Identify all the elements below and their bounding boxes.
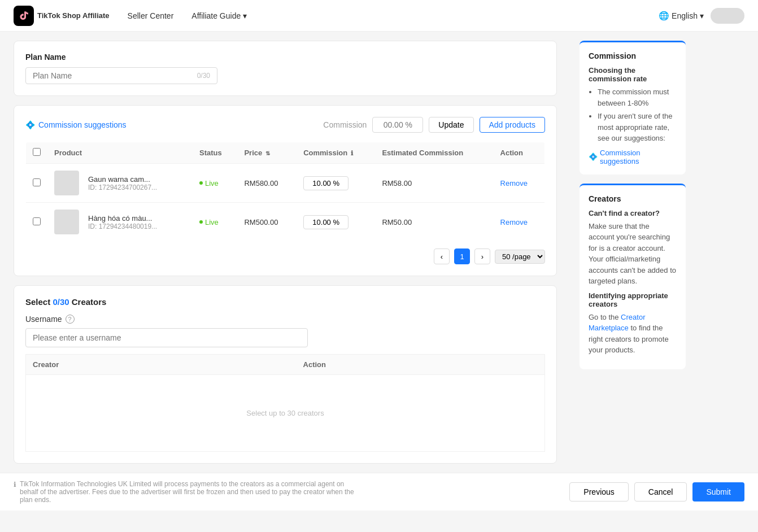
- row-checkbox[interactable]: [33, 217, 41, 225]
- bullet-1: The commission must between 1-80%: [598, 86, 677, 108]
- plan-name-input-wrapper: 0/30: [25, 67, 217, 84]
- page-1-button[interactable]: 1: [454, 248, 470, 264]
- sidebar-commission-subtitle: Choosing the commission rate: [589, 66, 677, 83]
- product-id: ID: 17294234700267...: [88, 184, 157, 191]
- commission-header: 💠 Commission suggestions Commission Upda…: [25, 117, 545, 133]
- col-commission: Commission ℹ: [297, 142, 375, 164]
- update-button[interactable]: Update: [429, 117, 473, 133]
- product-name: Gaun warna cam...: [88, 175, 157, 184]
- sidebar-commission-suggestions-link[interactable]: 💠 Commission suggestions: [589, 149, 677, 165]
- sort-icon: ⇅: [265, 150, 270, 156]
- logo-text: TikTok Shop Affiliate: [37, 11, 110, 20]
- previous-button[interactable]: Previous: [569, 482, 628, 502]
- sidebar-commission-title: Commission: [589, 51, 677, 60]
- commission-label: Commission: [323, 120, 367, 129]
- help-icon[interactable]: ?: [66, 315, 75, 324]
- diamond-icon: 💠: [25, 120, 35, 129]
- nav-seller-center[interactable]: Seller Center: [128, 11, 174, 20]
- identifying-title: Identifying appropriate creators: [589, 291, 677, 308]
- product-image: [54, 171, 79, 195]
- commission-suggestions-label: Commission suggestions: [38, 120, 127, 129]
- plan-name-field[interactable]: [33, 71, 197, 80]
- col-price: Price ⇅: [237, 142, 297, 164]
- col-action: Action: [494, 142, 545, 164]
- product-price: RM500.00: [237, 203, 297, 242]
- submit-button[interactable]: Submit: [692, 482, 744, 502]
- product-commission-input[interactable]: [303, 176, 348, 190]
- commission-input[interactable]: [372, 117, 423, 133]
- status-dot: [199, 220, 203, 224]
- remove-button[interactable]: Remove: [500, 218, 528, 226]
- remove-button[interactable]: Remove: [500, 179, 528, 187]
- estimated-commission: RM50.00: [375, 203, 493, 242]
- identifying-text: Go to the Creator Marketplace to find th…: [589, 312, 677, 356]
- plan-name-label: Plan Name: [25, 53, 545, 62]
- chevron-down-icon: ▾: [243, 11, 247, 20]
- product-commission-input[interactable]: [303, 215, 348, 229]
- row-checkbox[interactable]: [33, 178, 41, 186]
- add-products-button[interactable]: Add products: [480, 117, 546, 133]
- diamond-icon: 💠: [589, 152, 598, 161]
- sidebar-creators-card: Creators Can't find a creator? Make sure…: [580, 184, 686, 369]
- svg-rect-0: [14, 6, 34, 26]
- estimated-commission: RM58.00: [375, 164, 493, 203]
- creator-table: Creator Action Select up to 30 creators: [25, 354, 545, 452]
- creators-section: Select 0/30 Creators Username ? Creator …: [14, 285, 557, 464]
- commission-actions: Commission Update Add products: [323, 117, 545, 133]
- language-selector[interactable]: 🌐 English ▾: [659, 11, 704, 21]
- empty-creators-text: Select up to 30 creators: [26, 375, 545, 452]
- product-table: Product Status Price ⇅ Commission ℹ Esti…: [25, 142, 545, 242]
- footer-notice: ℹ TikTok Information Technologies UK Lim…: [14, 480, 364, 504]
- plan-name-char-count: 0/30: [197, 72, 210, 80]
- commission-section: 💠 Commission suggestions Commission Upda…: [14, 105, 557, 276]
- info-icon: ℹ: [14, 481, 16, 489]
- footer-actions: Previous Cancel Submit: [569, 482, 744, 502]
- page-size-select[interactable]: 50 /page 20 /page 10 /page: [495, 250, 545, 264]
- product-status: Live: [199, 179, 230, 187]
- cancel-button[interactable]: Cancel: [634, 482, 687, 502]
- username-input[interactable]: [25, 328, 308, 347]
- status-label: Live: [205, 218, 219, 226]
- globe-icon: 🌐: [659, 11, 669, 21]
- header: TikTok Shop Affiliate Seller Center Affi…: [0, 0, 758, 32]
- cant-find-text: Make sure that the account you're search…: [589, 221, 677, 287]
- select-all-checkbox[interactable]: [33, 148, 41, 156]
- col-product: Product: [47, 142, 193, 164]
- footer-notice-text: TikTok Information Technologies UK Limit…: [20, 480, 364, 504]
- user-avatar[interactable]: [711, 8, 744, 24]
- lang-label: English: [672, 11, 698, 20]
- nav-affiliate-guide[interactable]: Affiliate Guide ▾: [191, 11, 247, 20]
- product-id: ID: 17294234480019...: [88, 223, 157, 230]
- footer-bar: ℹ TikTok Information Technologies UK Lim…: [0, 473, 758, 511]
- chevron-down-icon: ▾: [700, 11, 704, 20]
- status-label: Live: [205, 179, 219, 187]
- col-creator: Creator: [26, 355, 297, 375]
- info-icon: ℹ: [351, 150, 353, 156]
- sidebar-commission-card: Commission Choosing the commission rate …: [580, 41, 686, 175]
- product-name: Hàng hóa có màu...: [88, 214, 157, 223]
- page-body: Plan Name 0/30 💠 Commission suggestions …: [0, 32, 758, 473]
- bullet-2: If you aren't sure of the most appropria…: [598, 111, 677, 144]
- cant-find-title: Can't find a creator?: [589, 209, 677, 217]
- creators-count: 0/30: [53, 297, 71, 307]
- product-status: Live: [199, 218, 230, 226]
- pagination: ‹ 1 › 50 /page 20 /page 10 /page: [25, 248, 545, 264]
- next-page-button[interactable]: ›: [474, 248, 490, 264]
- table-row: Gaun warna cam... ID: 17294234700267... …: [26, 164, 545, 203]
- commission-suggestions-link[interactable]: 💠 Commission suggestions: [25, 120, 127, 129]
- creators-title: Select 0/30 Creators: [25, 297, 545, 307]
- sidebar-commission-bullets: The commission must between 1-80% If you…: [589, 86, 677, 144]
- prev-page-button[interactable]: ‹: [434, 248, 450, 264]
- sidebar: Commission Choosing the commission rate …: [570, 32, 695, 473]
- status-dot: [199, 181, 203, 185]
- product-price: RM580.00: [237, 164, 297, 203]
- logo: TikTok Shop Affiliate: [14, 6, 110, 26]
- sidebar-creators-title: Creators: [589, 194, 677, 203]
- col-action: Action: [297, 355, 545, 375]
- username-label: Username ?: [25, 315, 545, 324]
- header-right: 🌐 English ▾: [659, 8, 744, 24]
- table-row: Hàng hóa có màu... ID: 17294234480019...…: [26, 203, 545, 242]
- product-image: [54, 210, 79, 234]
- tiktok-icon: [14, 6, 34, 26]
- col-estimated: Estimated Commission: [375, 142, 493, 164]
